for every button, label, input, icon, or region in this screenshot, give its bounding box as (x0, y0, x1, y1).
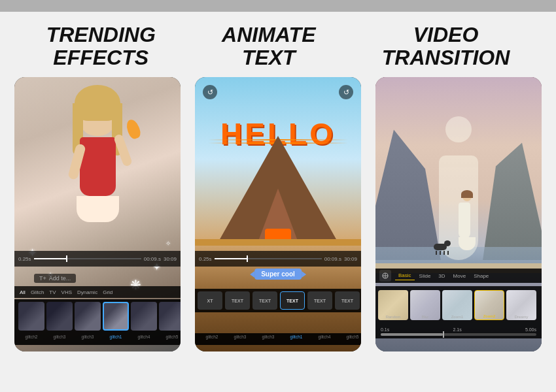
badge-arrow-left (250, 271, 254, 278)
girl-head (78, 90, 117, 136)
trans-tab-basic[interactable]: Basic (395, 271, 415, 280)
label-glitch5: glitch5 (159, 335, 181, 344)
tl-right-label: 30:09 (164, 256, 177, 262)
card1-thumbnails (14, 299, 181, 333)
top-bar (0, 0, 556, 12)
label-glitch2: glitch2 (18, 335, 44, 344)
card3-timeline: 0.1s 2.1s 5.00s (375, 324, 542, 338)
tl3-left: 0.1s (381, 327, 389, 332)
filter-tab-vhs[interactable]: VHS (61, 289, 72, 295)
label2-glitch3a: glitch3 (227, 335, 253, 344)
transition-tabs: Basic Slide 3D Move Shape (375, 269, 542, 283)
label-glitch3a: glitch3 (46, 335, 73, 344)
card2-background: ↺ ↺ HELLO (195, 77, 361, 351)
text-btn-3[interactable]: TEXT (307, 291, 332, 310)
trans-tab-3d[interactable]: 3D (435, 272, 448, 280)
filter-tab-grid[interactable]: Grid (103, 289, 113, 295)
dog-leg-3 (443, 251, 445, 255)
tl-left-label: 0.25s (18, 256, 31, 262)
filter-tab-tv[interactable]: TV (49, 289, 56, 295)
super-cool-badge[interactable]: Super cool (254, 269, 302, 280)
label-glitch4: glitch4 (131, 335, 157, 344)
label2-glitch3b: glitch3 (255, 335, 281, 344)
girl-body (80, 137, 116, 196)
eff-thumb-random[interactable]: Random (378, 290, 408, 320)
real-body (459, 203, 470, 238)
label-glitch3b: glitch3 (75, 335, 101, 344)
tl2-time-label: 00:09.s (324, 256, 341, 262)
eff-thumb-blur[interactable]: Blur (410, 290, 440, 320)
card-animate-text[interactable]: ↺ ↺ HELLO (195, 77, 361, 351)
dog-body (434, 244, 447, 250)
card-trending-effects[interactable]: ✦ ✧ ✦ ✧ ❋ 0.25s 00:09.s 30:09 T+ (14, 77, 181, 351)
tl2-left-label: 0.25s (199, 256, 212, 262)
filter-tab-glitch[interactable]: Glitch (31, 289, 44, 295)
eff-thumb-zoom1[interactable]: Zoom1 (442, 290, 472, 320)
text-btn-1[interactable]: TEXT (225, 291, 250, 310)
trans-tab-move[interactable]: Move (450, 272, 470, 280)
thumb-glitch5[interactable] (159, 302, 181, 331)
real-figure (459, 192, 476, 250)
tl3-labels: 0.1s 2.1s 5.00s (381, 327, 536, 332)
dog-legs (434, 251, 449, 255)
text-add-label: Add te... (49, 275, 71, 282)
tl3-mid: 2.1s (453, 327, 461, 332)
trans-tab-slide[interactable]: Slide (416, 272, 434, 280)
real-skirt (459, 237, 476, 250)
effect-thumbnails: Random Blur Zoom1 Zoom2 Dreamy (375, 286, 542, 324)
card2-labels: glitch2 glitch3 glitch3 glitch1 glitch4 … (195, 333, 361, 345)
thumb-glitch3a[interactable] (46, 302, 73, 331)
text-btn-selected[interactable]: TEXT (280, 291, 305, 310)
rotate-icon-right[interactable]: ↺ (339, 85, 353, 99)
tl-line (34, 258, 141, 259)
trans-settings-icon[interactable] (379, 270, 391, 282)
trans-tab-shape[interactable]: Shape (470, 272, 492, 280)
thumb-glitch4[interactable] (131, 302, 157, 331)
tl2-line (215, 258, 322, 259)
dog-leg-2 (440, 251, 441, 255)
card-video-transition[interactable]: Basic Slide 3D Move Shape Random Blur Zo… (375, 77, 542, 351)
dog-leg-1 (436, 251, 437, 255)
cards-row: ✦ ✧ ✦ ✧ ❋ 0.25s 00:09.s 30:09 T+ (0, 77, 556, 392)
card1-timeline: 0.25s 00:09.s 30:09 (14, 251, 181, 267)
rotate-icon-left[interactable]: ↺ (203, 85, 217, 99)
sparkle-4: ✧ (165, 240, 171, 247)
label2-glitch4: glitch4 (311, 335, 338, 344)
card2-timeline: 0.25s 00:09.s 30:09 (195, 251, 361, 267)
section-title-trending: TrendingEffects (46, 24, 156, 69)
dog-leg-4 (447, 251, 449, 255)
desert-ground (195, 239, 361, 246)
text-add-bar[interactable]: T+ Add te... (34, 274, 76, 283)
tl3-filled (381, 333, 443, 336)
eff-thumb-dreamy[interactable]: Dreamy (506, 290, 536, 320)
label2-glitch2: glitch2 (199, 335, 225, 344)
thumb-glitch1-selected[interactable] (103, 302, 129, 331)
filter-tab-all[interactable]: All (20, 289, 26, 295)
text-btn-4[interactable]: TEXT (335, 291, 360, 310)
badge-arrow-right (302, 271, 306, 278)
section-title-video: VideoTransition (382, 24, 510, 69)
tl3-bar (381, 333, 536, 336)
eff-thumb-zoom2-selected[interactable]: Zoom2 (474, 290, 504, 320)
tl-progress (34, 258, 66, 259)
real-hair (461, 190, 473, 198)
card1-background: ✦ ✧ ✦ ✧ ❋ 0.25s 00:09.s 30:09 T+ (14, 77, 181, 351)
tl-thumb (66, 255, 67, 262)
main-container: TrendingEffects AnimateText VideoTransit… (0, 12, 556, 392)
text-add-icon: T+ (39, 275, 46, 282)
thumb-glitch3b[interactable] (75, 302, 101, 331)
tl2-progress (215, 258, 247, 259)
tl2-right-label: 30:09 (344, 256, 357, 262)
text-btn-xt[interactable]: XT (198, 291, 222, 310)
ghost-head (445, 116, 472, 142)
filter-tab-dynamic[interactable]: Dynamic (77, 289, 97, 295)
label-glitch1: glitch1 (103, 335, 129, 344)
super-cool-label: Super cool (261, 270, 295, 278)
real-head (462, 192, 472, 201)
text-btn-2[interactable]: TEXT (252, 291, 277, 310)
thumb-glitch2[interactable] (18, 302, 44, 331)
label2-glitch5: glitch5 (339, 335, 361, 344)
card3-background: Basic Slide 3D Move Shape Random Blur Zo… (375, 77, 542, 351)
tl2-thumb (247, 255, 248, 262)
text-buttons-strip: XT TEXT TEXT TEXT TEXT TEXT TE (195, 289, 361, 312)
